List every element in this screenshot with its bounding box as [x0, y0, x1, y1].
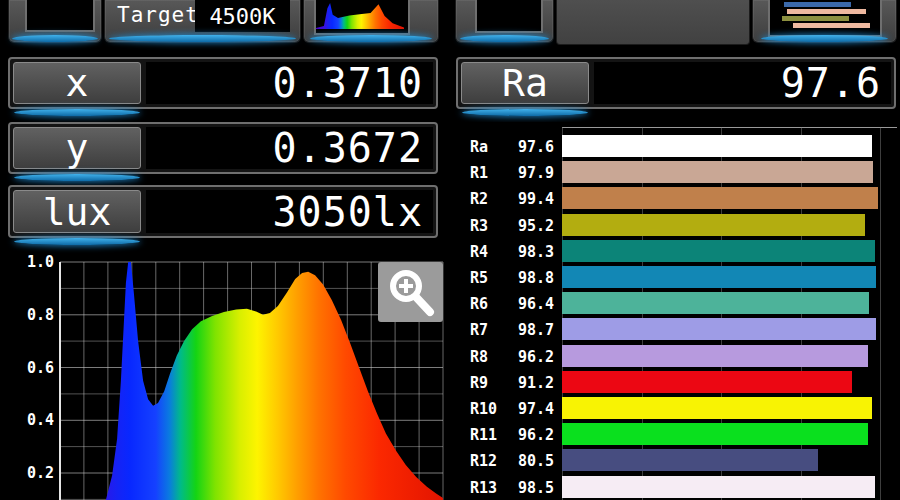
cri-category-label: R12: [470, 452, 512, 470]
y-tick-label: 0.6: [27, 359, 54, 377]
cri-value-label: 98.3: [512, 243, 554, 261]
x-value: 0.3710: [146, 62, 433, 104]
cri-value-label: 95.2: [512, 217, 554, 235]
cri-value-label: 91.2: [512, 374, 554, 392]
target-value-box[interactable]: 4500K: [195, 0, 290, 32]
y-label: y: [66, 126, 89, 170]
x-label-button[interactable]: x: [13, 62, 141, 104]
cri-bar: [562, 187, 878, 209]
cri-category-label: R11: [470, 426, 512, 444]
mini-bar: [782, 16, 849, 21]
cri-bar: [562, 135, 872, 157]
target-value: 4500K: [209, 4, 275, 29]
cri-bar: [562, 371, 852, 393]
y-tick-label: 0.8: [27, 306, 54, 324]
button-glow: [12, 35, 98, 42]
cri-bar: [562, 476, 875, 498]
cri-value-label: 96.4: [512, 295, 554, 313]
cri-chart: Ra97.6R197.9R299.4R395.2R498.3R598.8R696…: [460, 122, 897, 500]
cri-bar: [562, 449, 818, 471]
cri-value-label: 96.2: [512, 348, 554, 366]
cri-category-label: R8: [470, 348, 512, 366]
cri-bar: [562, 345, 868, 367]
cri-bar: [562, 214, 865, 236]
lux-value: 3050lx: [146, 190, 433, 233]
cri-category-label: R13: [470, 479, 512, 497]
y-tick-label: 0.4: [27, 411, 54, 429]
cri-value-label: 98.8: [512, 269, 554, 287]
button-glow: [109, 35, 296, 42]
ra-label-button[interactable]: Ra: [461, 62, 589, 104]
cri-axis-line: [562, 127, 897, 128]
button-glow: [310, 35, 432, 42]
cri-gridline: [880, 127, 881, 500]
cri-bar: [562, 397, 872, 419]
mode-button-2[interactable]: [455, 0, 554, 43]
cri-bar: [562, 266, 876, 288]
magnifier-icon: [385, 267, 437, 317]
cri-value-label: 98.7: [512, 321, 554, 339]
cri-value-label: 98.5: [512, 479, 554, 497]
cri-tab-button[interactable]: [752, 0, 897, 43]
spd-chart: 1.00.80.60.40.2: [0, 250, 450, 500]
spectrum-tab-button[interactable]: [303, 0, 439, 43]
lux-label-button[interactable]: lux: [13, 190, 141, 233]
mode-thumbnail-2: [475, 0, 543, 33]
y-label-button[interactable]: y: [13, 127, 141, 169]
cri-category-label: R6: [470, 295, 512, 313]
spectrum-icon: [314, 0, 410, 35]
ra-value: 97.6: [594, 62, 891, 104]
mode-thumbnail-1: [25, 0, 95, 32]
zoom-button[interactable]: [378, 262, 443, 322]
cri-category-label: R7: [470, 321, 512, 339]
y-tick-label: 0.2: [27, 464, 54, 482]
target-label: Target: [117, 3, 199, 27]
cri-category-label: R5: [470, 269, 512, 287]
y-value: 0.3672: [146, 127, 433, 169]
button-glow: [14, 238, 140, 245]
cri-bar: [562, 423, 868, 445]
cri-category-label: R10: [470, 400, 512, 418]
x-label: x: [66, 61, 89, 105]
cri-category-label: R1: [470, 164, 512, 182]
mini-bar: [793, 23, 870, 28]
cri-bar: [562, 240, 875, 262]
cri-bar: [562, 161, 873, 183]
readout-row-ra: Ra 97.6: [456, 57, 896, 109]
mini-bar: [787, 9, 866, 14]
cri-bar: [562, 292, 869, 314]
ra-label: Ra: [502, 61, 548, 105]
readout-row-y: y 0.3672: [8, 122, 438, 174]
lux-label: lux: [43, 190, 112, 234]
cri-value-label: 97.9: [512, 164, 554, 182]
cri-value-label: 99.4: [512, 190, 554, 208]
target-button[interactable]: Target 4500K: [104, 0, 301, 43]
cri-category-label: R2: [470, 190, 512, 208]
header-spacer-panel: [556, 0, 750, 45]
mode-button-1[interactable]: [8, 0, 102, 43]
cri-value-label: 96.2: [512, 426, 554, 444]
button-glow: [460, 35, 549, 42]
readout-row-lux: lux 3050lx: [8, 185, 438, 238]
cri-category-label: Ra: [470, 138, 512, 156]
mini-spd-area: [316, 3, 404, 29]
cri-category-label: R3: [470, 217, 512, 235]
cri-bars-icon: [768, 0, 882, 37]
button-glow: [14, 109, 140, 116]
cri-value-label: 97.4: [512, 400, 554, 418]
cri-value-label: 97.6: [512, 138, 554, 156]
cri-category-label: R9: [470, 374, 512, 392]
cri-category-label: R4: [470, 243, 512, 261]
meter-screen: Target 4500K x 0.3710 y 0.367: [0, 0, 900, 500]
button-glow: [462, 109, 588, 116]
button-glow: [761, 35, 888, 42]
readout-row-x: x 0.3710: [8, 57, 438, 109]
mini-bar: [784, 2, 852, 7]
cri-bar: [562, 318, 876, 340]
button-glow: [14, 174, 140, 181]
cri-value-label: 80.5: [512, 452, 554, 470]
y-tick-label: 1.0: [27, 253, 54, 271]
